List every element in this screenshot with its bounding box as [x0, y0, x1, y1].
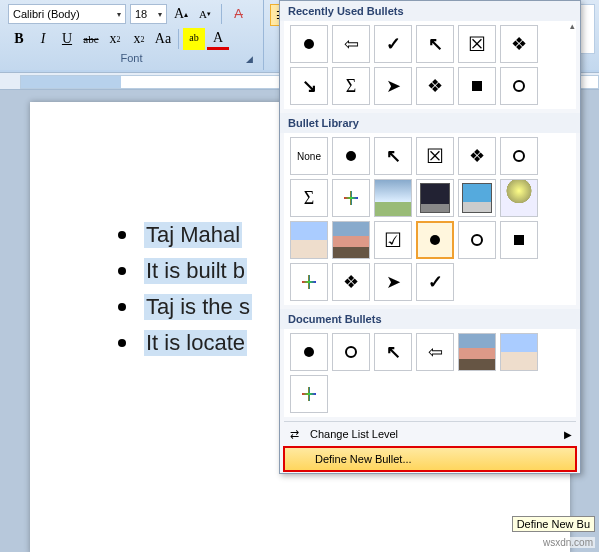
bullet-option-dot[interactable] — [332, 137, 370, 175]
bullet-option-sig[interactable] — [290, 179, 328, 217]
font-group-label: Font ◢ — [8, 52, 255, 64]
bullet-option-plus4[interactable] — [332, 179, 370, 217]
bullet-option-dot-sel[interactable] — [416, 221, 454, 259]
bullet-option-arr-l[interactable] — [332, 25, 370, 63]
bullet-option-sq[interactable] — [500, 221, 538, 259]
chevron-down-icon: ▾ — [117, 10, 121, 19]
superscript-button[interactable]: x2 — [128, 28, 150, 50]
separator — [284, 421, 576, 422]
font-name-value: Calibri (Body) — [13, 8, 80, 20]
bullet-option-none[interactable]: None — [290, 137, 328, 175]
bullet-icon — [118, 303, 126, 311]
watermark: wsxdn.com — [541, 537, 595, 548]
section-header-document: Document Bullets — [280, 309, 580, 329]
chevron-down-icon: ▾ — [158, 10, 162, 19]
bullet-option-dia[interactable] — [458, 137, 496, 175]
highlight-button[interactable]: ab — [183, 28, 205, 50]
subscript-button[interactable]: x2 — [104, 28, 126, 50]
bullet-dropdown-panel: ▴ Recently Used Bullets Bullet Library N… — [279, 0, 581, 474]
divider — [221, 4, 222, 24]
section-header-recent: Recently Used Bullets — [280, 1, 580, 21]
font-group: Calibri (Body) ▾ 18 ▾ A▴ A▾ A̶ B I U abc… — [0, 0, 264, 70]
bullet-icon — [118, 267, 126, 275]
bullet-option-odot[interactable] — [458, 221, 496, 259]
font-name-combo[interactable]: Calibri (Body) ▾ — [8, 4, 126, 24]
section-header-library: Bullet Library — [280, 113, 580, 133]
bullet-option-sig[interactable] — [332, 67, 370, 105]
bullet-option-pic-taj[interactable] — [290, 221, 328, 259]
bold-button[interactable]: B — [8, 28, 30, 50]
bullet-icon — [118, 231, 126, 239]
bullet-option-odot[interactable] — [500, 137, 538, 175]
bullet-option-arr-nw[interactable] — [374, 137, 412, 175]
bullet-option-pic-mon2[interactable] — [458, 179, 496, 217]
bullet-option-odot[interactable] — [500, 67, 538, 105]
document-bullets-grid — [284, 329, 576, 417]
bullet-option-plus4[interactable] — [290, 375, 328, 413]
bullet-option-pic-sky[interactable] — [374, 179, 412, 217]
recent-bullets-grid — [284, 21, 576, 109]
font-size-combo[interactable]: 18 ▾ — [130, 4, 167, 24]
clear-format-button[interactable]: A̶ — [228, 4, 248, 24]
bullet-option-dia[interactable] — [416, 67, 454, 105]
shrink-font-button[interactable]: A▾ — [195, 4, 215, 24]
bullet-option-odot[interactable] — [332, 333, 370, 371]
scroll-up-icon[interactable]: ▴ — [570, 21, 578, 31]
bullet-option-dot[interactable] — [290, 333, 328, 371]
bullet-option-tri[interactable] — [374, 263, 412, 301]
grow-font-button[interactable]: A▴ — [171, 4, 191, 24]
library-bullets-grid: None — [284, 133, 576, 305]
bullet-option-chk[interactable] — [374, 25, 412, 63]
list-level-icon: ⇄ — [286, 428, 302, 441]
submenu-arrow-icon: ▶ — [564, 429, 572, 440]
bullet-option-xbx[interactable] — [458, 25, 496, 63]
bullet-option-tri[interactable] — [374, 67, 412, 105]
bullet-option-plus4[interactable] — [290, 263, 328, 301]
bullet-option-arr-nw[interactable] — [416, 25, 454, 63]
bullet-option-cbx[interactable] — [374, 221, 412, 259]
bullet-option-arr-l[interactable] — [416, 333, 454, 371]
change-case-button[interactable]: Aa — [152, 28, 174, 50]
bullet-option-pic-mon[interactable] — [416, 179, 454, 217]
bullet-option-dia[interactable] — [332, 263, 370, 301]
font-size-value: 18 — [135, 8, 147, 20]
bullet-option-pic-ppl[interactable] — [332, 221, 370, 259]
bullet-option-pic-bulb[interactable] — [500, 179, 538, 217]
dialog-launcher-icon[interactable]: ◢ — [246, 54, 253, 64]
bullet-option-arr-nw[interactable] — [374, 333, 412, 371]
bullet-icon — [118, 339, 126, 347]
bullet-option-pic-taj[interactable] — [500, 333, 538, 371]
bullet-option-pic-ppl[interactable] — [458, 333, 496, 371]
bullet-option-dot[interactable] — [290, 25, 328, 63]
define-new-bullet-item[interactable]: Define New Bullet... — [283, 446, 577, 472]
divider — [178, 29, 179, 49]
tooltip: Define New Bu — [512, 516, 595, 532]
bullet-option-arr-se[interactable] — [290, 67, 328, 105]
font-color-button[interactable]: A — [207, 28, 229, 50]
strike-button[interactable]: abc — [80, 28, 102, 50]
bullet-option-xbx[interactable] — [416, 137, 454, 175]
bullet-option-chk[interactable] — [416, 263, 454, 301]
change-list-level-item[interactable]: ⇄ Change List Level ▶ — [280, 423, 580, 445]
italic-button[interactable]: I — [32, 28, 54, 50]
bullet-option-dia[interactable] — [500, 25, 538, 63]
underline-button[interactable]: U — [56, 28, 78, 50]
bullet-option-sq[interactable] — [458, 67, 496, 105]
